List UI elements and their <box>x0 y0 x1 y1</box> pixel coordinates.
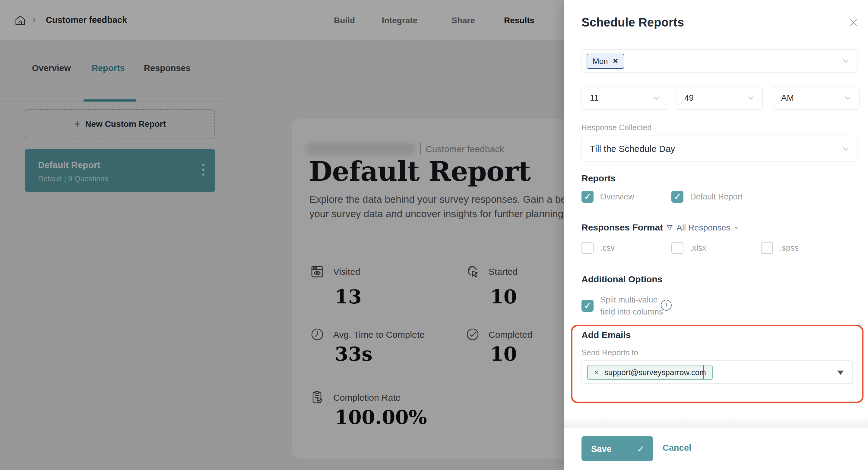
save-button[interactable]: Save ✓ <box>582 436 653 461</box>
info-icon[interactable]: i <box>661 300 672 311</box>
split-option-label: Split multi-value field into columns <box>600 294 663 318</box>
chip-remove-icon[interactable]: ✕ <box>613 58 618 65</box>
chevron-down-icon <box>653 94 660 102</box>
checkbox-checked-icon[interactable]: ✓ <box>582 300 593 312</box>
checkbox-default-report[interactable]: ✓ Default Report <box>671 191 743 203</box>
cancel-button[interactable]: Cancel <box>662 443 691 453</box>
checkbox-unchecked[interactable] <box>582 242 593 254</box>
save-label: Save <box>591 444 612 454</box>
minute-select[interactable]: 49 <box>676 86 763 110</box>
checkbox-checked-icon[interactable]: ✓ <box>582 191 593 203</box>
all-responses-filter[interactable]: All Responses <box>665 223 739 233</box>
response-collected-label: Response Collected <box>582 123 652 132</box>
chevron-down-icon <box>842 145 849 153</box>
dropdown-arrow-icon[interactable] <box>837 371 844 375</box>
checkbox-spss[interactable]: .spss <box>761 242 799 254</box>
email-chip: ✕ support@surveysparrow.com <box>587 365 713 380</box>
schedule-day-select[interactable]: Mon ✕ <box>582 49 858 73</box>
checkbox-label: Default Report <box>690 192 743 202</box>
checkbox-unchecked[interactable] <box>761 242 773 254</box>
check-icon: ✓ <box>637 444 645 454</box>
checkbox-label: .csv <box>600 243 615 253</box>
email-chip-label: support@surveysparrow.com <box>604 368 706 377</box>
all-responses-label: All Responses <box>677 223 731 233</box>
response-collected-select[interactable]: Till the Schedule Day <box>582 136 858 162</box>
checkbox-unchecked[interactable] <box>671 242 683 254</box>
hour-value: 11 <box>590 93 599 103</box>
additional-options-heading: Additional Options <box>582 274 662 284</box>
chip-remove-icon[interactable]: ✕ <box>594 369 599 375</box>
footer-scroll-fade <box>564 416 868 428</box>
chevron-down-icon <box>842 57 849 65</box>
add-emails-heading: Add Emails <box>582 330 631 340</box>
checkbox-overview[interactable]: ✓ Overview <box>582 191 634 203</box>
minute-value: 49 <box>684 93 694 103</box>
screen: Customer feedback Build Integrate Share … <box>0 0 868 470</box>
schedule-reports-panel: Schedule Reports Mon ✕ 11 49 <box>564 0 868 470</box>
send-reports-to-label: Send Reports to <box>582 348 638 357</box>
panel-title: Schedule Reports <box>582 16 684 29</box>
chevron-down-icon <box>844 94 852 102</box>
checkbox-label: .xlsx <box>690 243 706 253</box>
text-cursor <box>703 365 704 379</box>
reports-section-heading: Reports <box>582 173 616 183</box>
email-recipients-input[interactable]: ✕ support@surveysparrow.com <box>582 360 853 384</box>
filter-funnel-icon <box>665 224 674 232</box>
day-chip: Mon ✕ <box>587 54 624 69</box>
checkbox-split-multivalue[interactable]: ✓ Split multi-value field into columns <box>582 294 663 318</box>
checkbox-xlsx[interactable]: .xlsx <box>671 242 706 254</box>
meridiem-select[interactable]: AM <box>773 86 860 110</box>
hour-select[interactable]: 11 <box>582 86 668 110</box>
responses-format-heading: Responses Format <box>582 222 663 233</box>
day-chip-label: Mon <box>593 57 608 66</box>
chevron-down-icon <box>747 94 755 102</box>
meridiem-value: AM <box>781 93 794 103</box>
response-collected-value: Till the Schedule Day <box>590 144 675 154</box>
checkbox-label: .spss <box>780 243 799 253</box>
chevron-down-icon <box>734 225 739 231</box>
checkbox-label: Overview <box>600 192 634 202</box>
checkbox-checked-icon[interactable]: ✓ <box>671 191 683 203</box>
checkbox-csv[interactable]: .csv <box>582 242 615 254</box>
close-icon[interactable] <box>848 18 859 28</box>
panel-footer: Save ✓ Cancel <box>564 428 868 470</box>
